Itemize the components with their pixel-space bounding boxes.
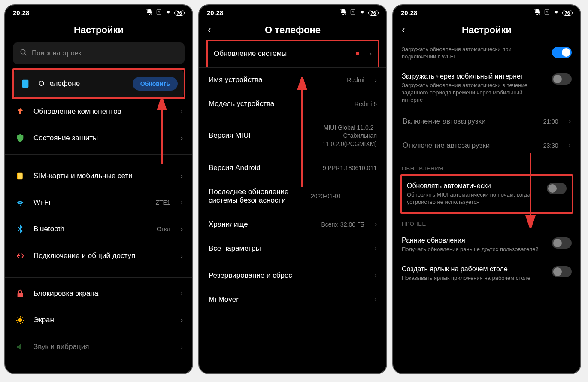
row-autoload-off[interactable]: Отключение автозагрузки 23:30 › xyxy=(401,133,573,158)
row-system-update[interactable]: Обновление системы › xyxy=(208,41,378,67)
highlight-box-auto-update: Обновлять автоматически Обновлять MIUI а… xyxy=(400,174,573,214)
row-sharing[interactable]: Подключение и общий доступ › xyxy=(13,243,185,269)
chevron-right-icon: › xyxy=(375,221,377,228)
row-label: Обновление системы xyxy=(214,49,348,58)
wifi-icon xyxy=(165,9,172,17)
row-storage[interactable]: Хранилище Всего: 32,00 ГБ › xyxy=(207,212,379,236)
setting-sub: Загружать обновления автоматически в теч… xyxy=(402,82,547,104)
section-divider xyxy=(5,272,192,278)
search-icon xyxy=(20,49,27,58)
toggle-auto-update[interactable] xyxy=(547,183,567,194)
toggle-wifi-auto[interactable] xyxy=(552,47,572,58)
chevron-right-icon: › xyxy=(370,50,372,58)
row-early-updates[interactable]: Ранние обновления Получать обновления ра… xyxy=(401,230,573,259)
row-autoload-on[interactable]: Включение автозагрузки 21:00 › xyxy=(401,109,573,133)
row-label: Звук и вибрация xyxy=(33,343,170,351)
toggle-mobile[interactable] xyxy=(552,73,572,85)
rotate-lock-icon: × xyxy=(349,9,356,17)
row-sim[interactable]: SIM-карты и мобильные сети › xyxy=(13,163,185,189)
page-title: Настройки xyxy=(74,24,124,36)
svg-text:×: × xyxy=(158,10,160,13)
svg-point-7 xyxy=(18,318,22,322)
chevron-right-icon: › xyxy=(569,142,571,149)
sound-icon xyxy=(15,341,26,352)
row-component-update[interactable]: Обновление компонентов › xyxy=(13,98,185,125)
status-time: 20:28 xyxy=(13,9,29,16)
row-auto-update[interactable]: Обновлять автоматически Обновлять MIUI а… xyxy=(402,176,572,212)
row-all-params[interactable]: Все параметры › xyxy=(207,236,379,261)
row-display[interactable]: Экран › xyxy=(13,307,185,333)
row-label: Резервирование и сброс xyxy=(209,271,364,280)
share-icon xyxy=(15,250,26,261)
row-security-status[interactable]: Состояние защиты › xyxy=(13,125,185,152)
svg-rect-5 xyxy=(18,173,22,179)
shield-icon xyxy=(15,133,26,144)
row-bluetooth[interactable]: Bluetooth Откл › xyxy=(13,216,185,243)
row-model[interactable]: Модель устройства Redmi 6 xyxy=(207,92,379,116)
svg-rect-6 xyxy=(18,293,23,297)
header: ‹ Настройки xyxy=(393,18,580,40)
row-desktop-shortcut[interactable]: Создать ярлык на рабочем столе Показыват… xyxy=(401,259,573,288)
row-mi-mover[interactable]: Mi Mover › xyxy=(207,288,379,312)
row-lock-screen[interactable]: Блокировка экрана › xyxy=(13,280,185,307)
row-label: Экран xyxy=(33,316,170,324)
search-input[interactable]: Поиск настроек xyxy=(13,42,185,64)
row-sound[interactable]: Звук и вибрация › xyxy=(13,333,185,360)
row-label: Модель устройства xyxy=(209,100,347,108)
row-value: 21:00 xyxy=(543,118,558,125)
back-button[interactable]: ‹ xyxy=(208,24,211,36)
row-miui-version[interactable]: Версия MIUI MIUI Global 11.0.2 | Стабиль… xyxy=(207,116,379,156)
battery-indicator: 76 xyxy=(368,10,379,16)
status-icons: × 76 xyxy=(534,9,573,17)
highlight-box-system-update: Обновление системы › xyxy=(206,40,379,68)
setting-title: Создать ярлык на рабочем столе xyxy=(402,265,547,273)
row-label: Включение автозагрузки xyxy=(403,117,536,126)
row-mobile-download[interactable]: Загружать через мобильный интернет Загру… xyxy=(401,67,573,110)
rotate-lock-icon: × xyxy=(155,9,162,17)
row-security-patch[interactable]: Последнее обновление системы безопасност… xyxy=(207,180,379,212)
status-bar: 20:28 × 76 xyxy=(5,5,192,18)
row-value: ZTE1 xyxy=(155,199,170,206)
row-backup-reset[interactable]: Резервирование и сброс › xyxy=(207,261,379,288)
chevron-right-icon: › xyxy=(181,343,183,351)
row-about-phone[interactable]: О телефоне Обновить xyxy=(14,70,184,97)
header: ‹ О телефоне xyxy=(199,18,386,40)
update-button[interactable]: Обновить xyxy=(133,77,178,91)
mute-icon xyxy=(146,9,153,17)
row-label: О телефоне xyxy=(39,79,125,88)
chevron-right-icon: › xyxy=(375,272,377,279)
arrow-up-icon xyxy=(15,106,26,117)
row-value: Откл xyxy=(157,226,170,233)
battery-indicator: 76 xyxy=(562,10,573,16)
row-wifi[interactable]: Wi-Fi ZTE1 › xyxy=(13,189,185,216)
status-bar: 20:28 × 76 xyxy=(199,5,386,18)
section-divider xyxy=(5,154,192,160)
notification-dot-icon xyxy=(356,52,359,55)
row-label: Версия Android xyxy=(209,164,315,172)
toggle-early[interactable] xyxy=(552,237,572,249)
chevron-right-icon: › xyxy=(181,134,183,142)
svg-rect-3 xyxy=(22,80,29,88)
search-placeholder: Поиск настроек xyxy=(32,49,82,57)
chevron-right-icon: › xyxy=(181,172,183,180)
lock-icon xyxy=(15,288,26,299)
row-device-name[interactable]: Имя устройства Redmi › xyxy=(207,68,379,92)
setting-title: Загружать через мобильный интернет xyxy=(402,73,547,80)
mute-icon xyxy=(534,9,541,17)
setting-sub: Получать обновления раньше других пользо… xyxy=(402,246,547,253)
chevron-right-icon: › xyxy=(181,316,183,324)
row-label: Bluetooth xyxy=(33,225,149,233)
toggle-shortcut[interactable] xyxy=(552,266,572,277)
page-title: Настройки xyxy=(462,24,512,36)
setting-sub: Показывать ярлык приложения на рабочем с… xyxy=(402,275,547,282)
row-label: Хранилище xyxy=(209,220,313,229)
row-value: 23:30 xyxy=(543,142,558,149)
row-label: Подключение и общий доступ xyxy=(33,252,170,260)
status-time: 20:28 xyxy=(207,9,223,16)
chevron-right-icon: › xyxy=(181,199,183,206)
back-button[interactable]: ‹ xyxy=(402,24,405,36)
row-wifi-auto-download[interactable]: Загружать обновления автоматически при п… xyxy=(401,40,573,67)
row-android-version[interactable]: Версия Android 9 PPR1.180610.011 xyxy=(207,156,379,180)
chevron-right-icon: › xyxy=(375,296,377,303)
status-icons: × 76 xyxy=(340,9,379,17)
